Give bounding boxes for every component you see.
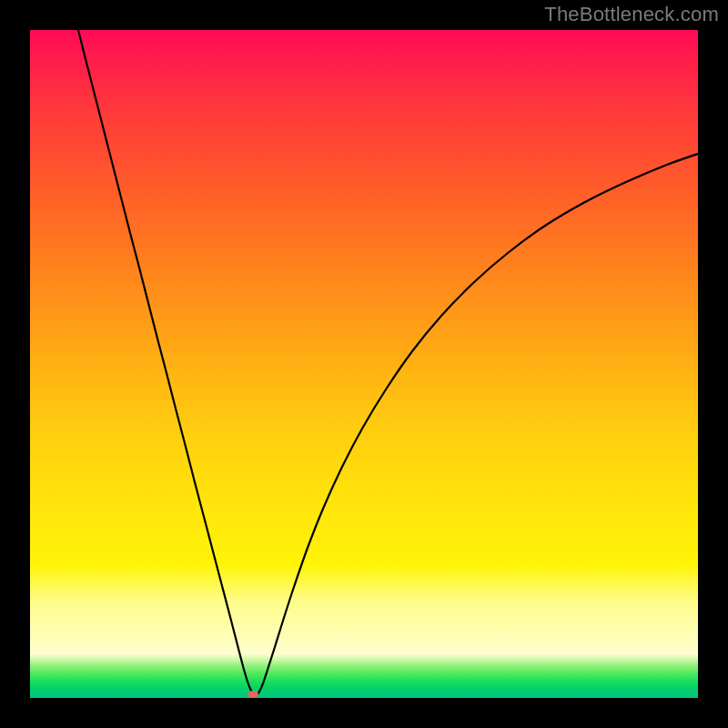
watermark-text: TheBottleneck.com	[544, 3, 719, 26]
plot-area	[30, 30, 698, 698]
min-marker	[248, 691, 258, 698]
chart-frame: TheBottleneck.com	[0, 0, 728, 728]
curve-svg	[30, 30, 698, 698]
curve-line	[78, 30, 698, 696]
